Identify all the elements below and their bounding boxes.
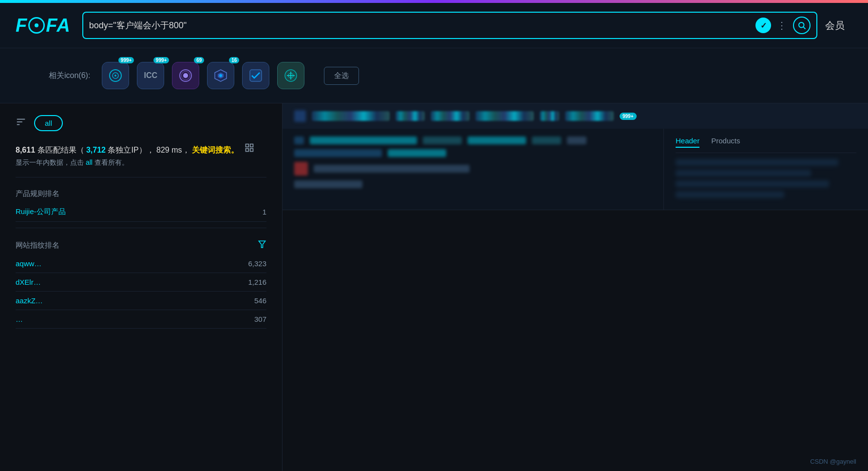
filter-all-button[interactable]: all bbox=[34, 115, 63, 131]
view-toggle-icon[interactable] bbox=[245, 144, 254, 155]
blurred-text-1 bbox=[310, 137, 417, 144]
results-main-line: 8,611 条匹配结果（ 3,712 条独立IP）， 829 ms， 关键词搜索… bbox=[16, 143, 266, 156]
header: F FA ✓ ⋮ 会员 bbox=[0, 3, 868, 48]
aqww-count: 6,323 bbox=[248, 259, 266, 268]
right-panel: 999+ bbox=[283, 103, 868, 471]
aazkz-count: 546 bbox=[254, 296, 266, 305]
aazkz-label: aazkZ… bbox=[16, 296, 43, 305]
logo-icon bbox=[28, 17, 45, 34]
divider-1 bbox=[16, 177, 266, 177]
blurred-text-4 bbox=[532, 137, 561, 144]
list-item-ruijie[interactable]: Ruijie-公司产品 1 bbox=[16, 202, 266, 222]
filter-row: all bbox=[16, 103, 266, 139]
svg-point-6 bbox=[183, 73, 188, 78]
search-input[interactable] bbox=[89, 20, 755, 31]
blurred-text-6 bbox=[294, 149, 382, 157]
svg-rect-15 bbox=[250, 144, 253, 147]
icon-badge-2: 999+ bbox=[153, 57, 170, 63]
blurred-icon bbox=[294, 110, 306, 122]
ruijie-label: Ruijie-公司产品 bbox=[16, 207, 66, 216]
result-row-3 bbox=[294, 162, 652, 176]
blurred-red-block bbox=[294, 162, 308, 176]
result-badge: 999+ bbox=[620, 113, 637, 120]
blurred-content-line-2 bbox=[676, 170, 811, 177]
csdn-watermark: CSDN @gaynell bbox=[810, 458, 856, 465]
select-all-button[interactable]: 全选 bbox=[324, 67, 359, 85]
svg-line-1 bbox=[803, 27, 805, 29]
results-count: 8,611 bbox=[16, 146, 35, 154]
member-button[interactable]: 会员 bbox=[817, 15, 852, 36]
svg-point-7 bbox=[219, 74, 222, 77]
result-row-1 bbox=[294, 137, 652, 144]
aqww-label: aqww… bbox=[16, 259, 41, 268]
blurred-title-2 bbox=[396, 111, 425, 121]
result-row-2 bbox=[294, 149, 652, 157]
tab-products[interactable]: Products bbox=[711, 137, 740, 148]
icon-badge-4: 16 bbox=[229, 57, 239, 63]
fingerprint-filter-icon[interactable] bbox=[258, 240, 266, 251]
divider-2 bbox=[16, 228, 266, 228]
other-label: … bbox=[16, 315, 23, 323]
icon-item-3[interactable]: 69 bbox=[172, 62, 199, 89]
logo[interactable]: F FA bbox=[16, 15, 71, 36]
blurred-content-line-4 bbox=[676, 191, 784, 198]
blurred-title-5 bbox=[540, 111, 559, 121]
icon-badge-1: 999+ bbox=[118, 57, 134, 63]
blurred-text-2 bbox=[423, 137, 462, 144]
list-item-dxelr[interactable]: dXElr… 1,216 bbox=[16, 273, 266, 292]
list-item-other[interactable]: … 307 bbox=[16, 310, 266, 329]
dxelr-label: dXElr… bbox=[16, 278, 41, 286]
more-options-icon[interactable]: ⋮ bbox=[777, 20, 787, 31]
product-ranking-title: 产品规则排名 bbox=[16, 183, 266, 202]
icon-box-6 bbox=[277, 62, 304, 89]
blurred-text-3 bbox=[468, 137, 526, 144]
sidebar: all 8,611 条匹配结果（ 3,712 条独立IP）， 829 ms， 关… bbox=[0, 103, 283, 471]
blurred-text-7 bbox=[388, 149, 446, 157]
icon-items: 999+ 999+ ICC 69 bbox=[102, 62, 359, 89]
keyword-search-link[interactable]: 关键词搜索。 bbox=[192, 146, 239, 154]
main-content: all 8,611 条匹配结果（ 3,712 条独立IP）， 829 ms， 关… bbox=[0, 103, 868, 471]
icon-item-4[interactable]: 16 bbox=[207, 62, 234, 89]
blurred-text-5 bbox=[567, 137, 586, 144]
check-button[interactable]: ✓ bbox=[755, 18, 771, 33]
blurred-text-8 bbox=[314, 165, 470, 173]
result-card-1: 999+ bbox=[283, 103, 868, 210]
icon-box-4 bbox=[207, 62, 234, 89]
other-count: 307 bbox=[254, 315, 266, 323]
svg-point-4 bbox=[114, 75, 116, 77]
svg-rect-14 bbox=[246, 144, 249, 147]
blurred-title-3 bbox=[431, 111, 470, 121]
result-left-panel bbox=[283, 129, 663, 210]
filter-icon[interactable] bbox=[16, 117, 26, 130]
icon-item-6[interactable] bbox=[277, 62, 304, 89]
all-data-link[interactable]: all bbox=[86, 158, 93, 166]
svg-rect-17 bbox=[250, 149, 253, 152]
ip-count: 3,712 bbox=[86, 146, 106, 154]
search-button[interactable] bbox=[793, 17, 811, 34]
result-row-4 bbox=[294, 180, 652, 188]
blurred-text-9 bbox=[294, 180, 362, 188]
blurred-content-line-1 bbox=[676, 159, 838, 166]
svg-point-0 bbox=[799, 22, 804, 28]
list-item-aqww[interactable]: aqww… 6,323 bbox=[16, 255, 266, 273]
icon-box-3 bbox=[172, 62, 199, 89]
fingerprint-title-row: 网站指纹排名 bbox=[16, 234, 266, 255]
blurred-content bbox=[676, 159, 856, 198]
list-item-aazkz[interactable]: aazkZ… 546 bbox=[16, 292, 266, 310]
svg-rect-8 bbox=[250, 70, 262, 81]
icons-section: 相关icon(6): 999+ 999+ ICC 69 bbox=[0, 48, 868, 103]
blurred-content-line-3 bbox=[676, 180, 829, 187]
search-input-wrapper: ✓ ⋮ bbox=[82, 12, 817, 39]
icons-label: 相关icon(6): bbox=[49, 71, 90, 81]
tab-header[interactable]: Header bbox=[676, 137, 699, 148]
blurred-square bbox=[294, 137, 304, 144]
result-card-header-1: 999+ bbox=[283, 103, 868, 129]
icon-item-5[interactable] bbox=[242, 62, 269, 89]
ruijie-count: 1 bbox=[263, 208, 266, 216]
icon-box-2: ICC bbox=[137, 62, 164, 89]
fingerprint-title: 网站指纹排名 bbox=[16, 241, 59, 250]
icon-item-2[interactable]: 999+ ICC bbox=[137, 62, 164, 89]
icon-box-5 bbox=[242, 62, 269, 89]
icon-badge-3: 69 bbox=[194, 57, 204, 63]
icon-item-1[interactable]: 999+ bbox=[102, 62, 129, 89]
